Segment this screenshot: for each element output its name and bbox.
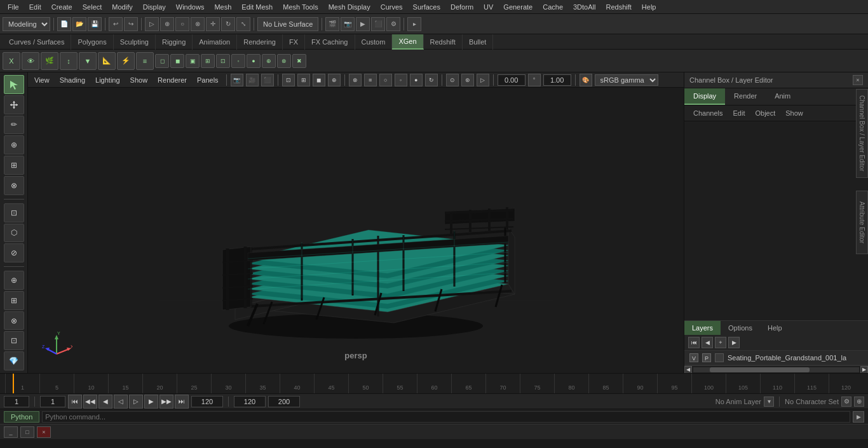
live-surface-button[interactable]: No Live Surface bbox=[257, 17, 318, 31]
move-tool-icon[interactable]: ✛ bbox=[206, 17, 220, 31]
xgen-gem-btn[interactable]: 💎 bbox=[4, 351, 24, 370]
tab-display[interactable]: Display bbox=[684, 88, 725, 105]
tick-25[interactable]: 25 bbox=[177, 374, 211, 393]
menu-edit-mesh[interactable]: Edit Mesh bbox=[236, 2, 278, 12]
vp-extra2-icon[interactable]: ⊛ bbox=[461, 74, 474, 86]
wireframe-icon[interactable]: ⊞ bbox=[297, 74, 310, 86]
layer-visibility-btn[interactable]: V bbox=[689, 353, 698, 362]
colorspace-icon[interactable]: 🎨 bbox=[580, 74, 592, 86]
menu-edit[interactable]: Edit bbox=[24, 2, 46, 12]
leaf-icon[interactable]: 🌿 bbox=[41, 52, 58, 70]
vp-menu-lighting[interactable]: Lighting bbox=[92, 75, 124, 85]
shape8-icon[interactable]: ⊕ bbox=[262, 54, 276, 68]
display2-icon[interactable]: ≡ bbox=[364, 74, 377, 86]
workspace-selector[interactable]: Modeling bbox=[3, 17, 50, 31]
vp-extra3-icon[interactable]: ▷ bbox=[477, 74, 489, 86]
open-file-icon[interactable]: 📂 bbox=[72, 17, 86, 31]
menu-mesh[interactable]: Mesh bbox=[209, 2, 236, 12]
close-btn[interactable]: × bbox=[37, 426, 51, 438]
vp-menu-show[interactable]: Show bbox=[126, 75, 152, 85]
tick-15[interactable]: 15 bbox=[108, 374, 142, 393]
menu-select[interactable]: Select bbox=[78, 2, 107, 12]
menu-3dtall[interactable]: 3DtoAll bbox=[568, 2, 600, 12]
save-file-icon[interactable]: 💾 bbox=[88, 17, 102, 31]
menu-windows[interactable]: Windows bbox=[171, 2, 210, 12]
shape2-icon[interactable]: ◼ bbox=[170, 54, 184, 68]
cam2-icon[interactable]: 🎥 bbox=[246, 74, 259, 86]
tab-xgen[interactable]: XGen bbox=[392, 34, 423, 50]
shape10-icon[interactable]: ✖ bbox=[292, 54, 306, 68]
tick-70[interactable]: 70 bbox=[485, 374, 520, 393]
tab-anim[interactable]: Anim bbox=[766, 88, 799, 105]
tool5-btn[interactable]: ⊞ bbox=[4, 156, 24, 175]
attribute-editor-tab[interactable]: Attribute Editor bbox=[856, 191, 868, 254]
tick-5[interactable]: 5 bbox=[39, 374, 74, 393]
render-settings-icon[interactable]: ⚙ bbox=[386, 17, 400, 31]
tick-55[interactable]: 55 bbox=[383, 374, 417, 393]
down-arrow-icon[interactable]: ▼ bbox=[79, 52, 97, 70]
tab-redshift[interactable]: Redshift bbox=[424, 34, 463, 50]
next-key-btn[interactable]: ▶▶ bbox=[159, 395, 173, 409]
layer-add-btn[interactable]: + bbox=[715, 337, 726, 348]
colorspace-select[interactable]: sRGB gamma bbox=[595, 74, 658, 86]
tick-90[interactable]: 90 bbox=[623, 374, 657, 393]
minimize-btn[interactable]: _ bbox=[4, 426, 18, 438]
play-back-btn[interactable]: ◁ bbox=[114, 395, 128, 409]
tool6-btn[interactable]: ⊗ bbox=[4, 176, 24, 195]
menu-surfaces[interactable]: Surfaces bbox=[408, 2, 445, 12]
menu-help[interactable]: Help bbox=[637, 2, 661, 12]
shape7-icon[interactable]: ● bbox=[247, 54, 261, 68]
tick-40[interactable]: 40 bbox=[280, 374, 314, 393]
menu-generate[interactable]: Generate bbox=[498, 2, 538, 12]
shaded-icon[interactable]: ◼ bbox=[313, 74, 325, 86]
tab-bullet[interactable]: Bullet bbox=[463, 34, 494, 50]
display5-icon[interactable]: ● bbox=[410, 74, 423, 86]
select-mode-btn[interactable] bbox=[4, 75, 24, 94]
shape6-icon[interactable]: ◦ bbox=[231, 54, 245, 68]
cb-show[interactable]: Show bbox=[782, 108, 807, 118]
tick-50[interactable]: 50 bbox=[348, 374, 383, 393]
prev-frame-btn[interactable]: ◀ bbox=[98, 395, 112, 409]
menu-deform[interactable]: Deform bbox=[445, 2, 478, 12]
layer-next-btn[interactable]: ▶ bbox=[728, 337, 740, 348]
tab-sculpting[interactable]: Sculpting bbox=[114, 34, 156, 50]
tab-curves-surfaces[interactable]: Curves / Surfaces bbox=[3, 34, 71, 50]
rotate-tool-icon[interactable]: ↻ bbox=[221, 17, 235, 31]
tick-75[interactable]: 75 bbox=[520, 374, 554, 393]
playback-start-input[interactable] bbox=[234, 396, 266, 407]
menu-modify[interactable]: Modify bbox=[107, 2, 137, 12]
tool10-btn[interactable]: ⊕ bbox=[4, 271, 24, 290]
layer-skip-back-btn[interactable]: ⏮ bbox=[688, 337, 700, 348]
render3-icon[interactable]: ⬛ bbox=[371, 17, 385, 31]
scroll-right-btn[interactable]: ▶ bbox=[860, 366, 868, 374]
vp-extra1-icon[interactable]: ⊙ bbox=[446, 74, 459, 86]
rotation-input[interactable] bbox=[498, 74, 526, 86]
scale-input[interactable] bbox=[543, 74, 571, 86]
current-frame-input[interactable] bbox=[4, 396, 29, 407]
vp-menu-view[interactable]: View bbox=[31, 75, 53, 85]
tool13-btn[interactable]: ⊡ bbox=[4, 331, 24, 350]
maximize-btn[interactable]: □ bbox=[20, 426, 34, 438]
tab-fx[interactable]: FX bbox=[283, 34, 305, 50]
redo-icon[interactable]: ↪ bbox=[124, 17, 138, 31]
paint-tool-btn[interactable]: ✏ bbox=[4, 116, 24, 135]
ipr-icon[interactable]: ▶ bbox=[356, 17, 370, 31]
menu-display[interactable]: Display bbox=[138, 2, 171, 12]
menu-cache[interactable]: Cache bbox=[538, 2, 568, 12]
tick-30[interactable]: 30 bbox=[211, 374, 245, 393]
extra-icon1[interactable]: ▸ bbox=[407, 17, 421, 31]
textured-icon[interactable]: ⊕ bbox=[328, 74, 341, 86]
cb-edit[interactable]: Edit bbox=[729, 108, 749, 118]
shape1-icon[interactable]: ◻ bbox=[155, 54, 169, 68]
tool8-btn[interactable]: ⬡ bbox=[4, 224, 24, 243]
tick-45[interactable]: 45 bbox=[314, 374, 348, 393]
isolate-icon[interactable]: ⊡ bbox=[282, 74, 295, 86]
scroll-left-btn[interactable]: ◀ bbox=[684, 366, 692, 374]
tab-layers[interactable]: Layers bbox=[684, 321, 721, 335]
tab-fx-caching[interactable]: FX Caching bbox=[305, 34, 355, 50]
cb-channels[interactable]: Channels bbox=[689, 108, 726, 118]
menu-redshift[interactable]: Redshift bbox=[600, 2, 636, 12]
scale-tool-icon[interactable]: ⤡ bbox=[236, 17, 250, 31]
render2-icon[interactable]: 📷 bbox=[341, 17, 355, 31]
tick-10[interactable]: 10 bbox=[74, 374, 108, 393]
